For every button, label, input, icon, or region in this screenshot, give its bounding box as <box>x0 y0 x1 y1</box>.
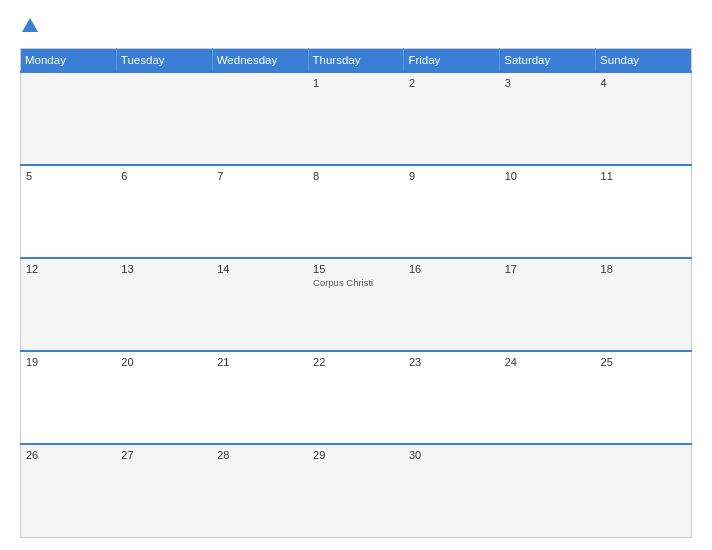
day-number: 7 <box>217 170 303 182</box>
weekday-header-wednesday: Wednesday <box>212 49 308 73</box>
calendar-cell: 3 <box>500 72 596 165</box>
day-number: 23 <box>409 356 495 368</box>
day-number: 18 <box>601 263 686 275</box>
calendar-cell: 2 <box>404 72 500 165</box>
calendar-cell: 11 <box>596 165 692 258</box>
calendar-cell: 24 <box>500 351 596 444</box>
weekday-header-tuesday: Tuesday <box>116 49 212 73</box>
calendar-body: 123456789101112131415Corpus Christi16171… <box>21 72 692 538</box>
day-number: 14 <box>217 263 303 275</box>
day-number: 24 <box>505 356 591 368</box>
weekday-header-sunday: Sunday <box>596 49 692 73</box>
calendar-cell: 26 <box>21 444 117 537</box>
calendar-cell: 7 <box>212 165 308 258</box>
day-number: 8 <box>313 170 399 182</box>
calendar-cell: 25 <box>596 351 692 444</box>
calendar-cell: 8 <box>308 165 404 258</box>
day-number: 30 <box>409 449 495 461</box>
day-number: 27 <box>121 449 207 461</box>
day-number: 26 <box>26 449 111 461</box>
calendar-cell: 28 <box>212 444 308 537</box>
day-number: 6 <box>121 170 207 182</box>
logo <box>20 18 38 34</box>
day-number: 21 <box>217 356 303 368</box>
day-number: 16 <box>409 263 495 275</box>
logo-triangle-icon <box>22 18 38 32</box>
day-number: 25 <box>601 356 686 368</box>
calendar-cell: 30 <box>404 444 500 537</box>
calendar-cell: 5 <box>21 165 117 258</box>
day-number: 12 <box>26 263 111 275</box>
calendar-week-row: 2627282930 <box>21 444 692 537</box>
day-number: 13 <box>121 263 207 275</box>
calendar-cell: 6 <box>116 165 212 258</box>
calendar-cell <box>212 72 308 165</box>
weekday-header-thursday: Thursday <box>308 49 404 73</box>
weekday-header-friday: Friday <box>404 49 500 73</box>
calendar-cell <box>596 444 692 537</box>
calendar-cell: 29 <box>308 444 404 537</box>
page: MondayTuesdayWednesdayThursdayFridaySatu… <box>0 0 712 550</box>
day-number: 15 <box>313 263 399 275</box>
calendar-cell <box>500 444 596 537</box>
calendar-cell: 12 <box>21 258 117 351</box>
day-number: 20 <box>121 356 207 368</box>
day-number: 17 <box>505 263 591 275</box>
holiday-label: Corpus Christi <box>313 277 399 288</box>
calendar-cell: 17 <box>500 258 596 351</box>
calendar-cell: 16 <box>404 258 500 351</box>
calendar-week-row: 1234 <box>21 72 692 165</box>
calendar-cell <box>21 72 117 165</box>
day-number: 5 <box>26 170 111 182</box>
calendar-cell: 27 <box>116 444 212 537</box>
calendar-cell: 13 <box>116 258 212 351</box>
calendar-cell: 23 <box>404 351 500 444</box>
calendar-cell <box>116 72 212 165</box>
calendar-table: MondayTuesdayWednesdayThursdayFridaySatu… <box>20 48 692 538</box>
day-number: 22 <box>313 356 399 368</box>
calendar-week-row: 19202122232425 <box>21 351 692 444</box>
calendar-cell: 20 <box>116 351 212 444</box>
calendar-week-row: 567891011 <box>21 165 692 258</box>
weekday-header-saturday: Saturday <box>500 49 596 73</box>
calendar-cell: 1 <box>308 72 404 165</box>
day-number: 4 <box>601 77 686 89</box>
weekday-header-monday: Monday <box>21 49 117 73</box>
calendar-week-row: 12131415Corpus Christi161718 <box>21 258 692 351</box>
calendar-cell: 21 <box>212 351 308 444</box>
calendar-cell: 15Corpus Christi <box>308 258 404 351</box>
calendar-cell: 10 <box>500 165 596 258</box>
day-number: 10 <box>505 170 591 182</box>
day-number: 29 <box>313 449 399 461</box>
calendar-header: MondayTuesdayWednesdayThursdayFridaySatu… <box>21 49 692 73</box>
calendar-cell: 9 <box>404 165 500 258</box>
calendar-cell: 19 <box>21 351 117 444</box>
day-number: 1 <box>313 77 399 89</box>
calendar-cell: 4 <box>596 72 692 165</box>
day-number: 2 <box>409 77 495 89</box>
day-number: 19 <box>26 356 111 368</box>
header <box>20 18 692 34</box>
calendar-cell: 18 <box>596 258 692 351</box>
calendar-cell: 14 <box>212 258 308 351</box>
day-number: 28 <box>217 449 303 461</box>
calendar-cell: 22 <box>308 351 404 444</box>
day-number: 11 <box>601 170 686 182</box>
weekday-header-row: MondayTuesdayWednesdayThursdayFridaySatu… <box>21 49 692 73</box>
day-number: 9 <box>409 170 495 182</box>
day-number: 3 <box>505 77 591 89</box>
